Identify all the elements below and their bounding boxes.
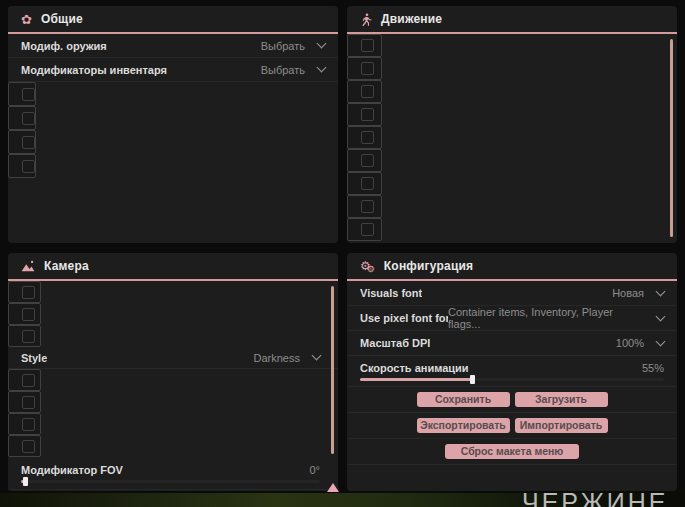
panel-title: Камера bbox=[44, 259, 89, 273]
setting-label: Масштаб DPI bbox=[360, 337, 430, 349]
setting-row: Третье лицо bbox=[8, 413, 41, 435]
setting-row: Нет шлема bbox=[8, 303, 41, 325]
setting-row: K/D сбрасыватель bbox=[8, 154, 36, 178]
checkbox[interactable] bbox=[361, 223, 374, 236]
checkbox[interactable] bbox=[22, 396, 35, 409]
checkbox[interactable] bbox=[361, 85, 374, 98]
panel-camera-rows: No effectsНет шлемаТепловое зрениеStyleD… bbox=[8, 281, 338, 490]
setting-row: Нет инерции bbox=[347, 195, 382, 218]
checkbox[interactable] bbox=[22, 136, 35, 149]
checkbox[interactable] bbox=[361, 39, 374, 52]
dropdown-value: Выбрать bbox=[261, 40, 305, 52]
watermark-text: ЧЕРЖИНЕ bbox=[522, 488, 669, 507]
slider-value: 55% bbox=[642, 362, 664, 374]
checkbox[interactable] bbox=[22, 308, 35, 321]
setting-label: Use pixel font for bbox=[360, 312, 448, 324]
checkbox[interactable] bbox=[22, 374, 35, 387]
setting-row: Ночное видение bbox=[8, 369, 41, 391]
chevron-down-icon bbox=[656, 286, 666, 296]
setting-row: Модиф. оружияВыбрать bbox=[8, 34, 338, 58]
panel-title: Конфигурация bbox=[384, 259, 473, 273]
setting-label: Модиф. оружия bbox=[21, 40, 107, 52]
setting-row: Модификаторы инвентаряВыбрать bbox=[8, 58, 338, 82]
export-button[interactable]: Экспортировать bbox=[417, 418, 510, 433]
setting-label: Модификаторы инвентаря bbox=[21, 64, 167, 76]
panel-general-rows: Модиф. оружияВыбратьМодификаторы инвента… bbox=[8, 34, 338, 178]
slider-track[interactable] bbox=[21, 480, 320, 483]
checkbox[interactable] bbox=[361, 177, 374, 190]
panel-camera: Камера No effectsНет шлемаТепловое зрени… bbox=[8, 253, 338, 491]
setting-label: Модификатор FOV bbox=[21, 464, 123, 476]
slider-fill bbox=[360, 378, 472, 381]
save-button[interactable]: Сохранить bbox=[417, 392, 510, 407]
runner-icon bbox=[360, 13, 372, 26]
slider-track[interactable] bbox=[360, 378, 664, 381]
dropdown[interactable]: 100% bbox=[616, 337, 664, 349]
setting-row: Без замедления bbox=[347, 218, 382, 241]
checkbox[interactable] bbox=[22, 286, 35, 299]
chevron-down-icon bbox=[656, 311, 666, 321]
panel-movement-rows: Всегда бегатьSpeed hack x2.3Высокий прыж… bbox=[347, 34, 677, 241]
reset-menu-layout-button[interactable]: Сброс макета меню bbox=[445, 444, 580, 459]
dropdown[interactable]: Container items, Inventory, Player flags… bbox=[448, 306, 664, 330]
picture-icon bbox=[21, 260, 35, 272]
slider-handle[interactable] bbox=[470, 375, 475, 384]
setting-row: StyleDarkness bbox=[8, 347, 338, 369]
panel-movement-header: Движение bbox=[347, 6, 677, 34]
dropdown[interactable]: Выбрать bbox=[261, 40, 325, 52]
setting-row: Speed hack x2.3 bbox=[347, 57, 382, 80]
checkbox[interactable] bbox=[22, 418, 35, 431]
load-button[interactable]: Загрузить bbox=[515, 392, 608, 407]
chevron-down-icon bbox=[317, 39, 327, 49]
checkbox[interactable] bbox=[22, 160, 35, 173]
dropdown[interactable]: Новая bbox=[612, 287, 664, 299]
setting-row: Тепловое зрение bbox=[8, 325, 41, 347]
scrollbar[interactable] bbox=[670, 39, 673, 237]
setting-row: Visuals fontНовая bbox=[347, 281, 677, 306]
panel-title: Общие bbox=[41, 12, 83, 26]
checkbox[interactable] bbox=[361, 200, 374, 213]
setting-row: Отключить таймер Anti-AFK bbox=[8, 130, 36, 154]
panel-general: ✿ Общие Модиф. оружияВыбратьМодификаторы… bbox=[8, 6, 338, 243]
setting-row: Use pixel font forContainer items, Inven… bbox=[347, 306, 677, 331]
checkbox[interactable] bbox=[361, 154, 374, 167]
setting-label: Visuals font bbox=[360, 287, 422, 299]
import-button[interactable]: Импортировать bbox=[515, 418, 608, 433]
checkbox[interactable] bbox=[361, 62, 374, 75]
chevron-down-icon bbox=[656, 336, 666, 346]
setting-row: Всегда бегать bbox=[347, 34, 382, 57]
flower-icon: ✿ bbox=[21, 13, 32, 26]
setting-row: Показать радар bbox=[8, 106, 36, 130]
checkbox[interactable] bbox=[22, 88, 35, 101]
buttons-row: ЭкспортироватьИмпортировать bbox=[347, 413, 677, 439]
setting-row: Идеальное физическое состояние bbox=[347, 103, 382, 126]
gears-icon: ⚙⚙ bbox=[360, 259, 375, 274]
setting-row: Высокий прыжок bbox=[347, 80, 382, 103]
dropdown-value: Выбрать bbox=[261, 64, 305, 76]
checkbox[interactable] bbox=[361, 131, 374, 144]
dropdown[interactable]: Выбрать bbox=[261, 64, 325, 76]
dropdown-value: Container items, Inventory, Player flags… bbox=[448, 306, 644, 330]
dropdown-value: Новая bbox=[612, 287, 644, 299]
panel-camera-header: Камера bbox=[8, 253, 338, 281]
checkbox[interactable] bbox=[22, 112, 35, 125]
panel-configuration-header: ⚙⚙ Конфигурация bbox=[347, 253, 677, 281]
dropdown-value: Darkness bbox=[254, 352, 300, 364]
dropdown[interactable]: Darkness bbox=[254, 352, 320, 364]
setting-row: Масштаб DPI100% bbox=[347, 331, 677, 356]
slider-handle[interactable] bbox=[23, 477, 28, 486]
panel-movement: Движение Всегда бегатьSpeed hack x2.3Выс… bbox=[347, 6, 677, 243]
setting-row: Без дебаффа перегруз bbox=[347, 172, 382, 195]
setting-row: Свободная камера bbox=[8, 391, 41, 413]
checkbox[interactable] bbox=[22, 440, 35, 453]
panel-general-header: ✿ Общие bbox=[8, 6, 338, 34]
slider-value: 0° bbox=[309, 464, 320, 476]
scrollbar[interactable] bbox=[331, 286, 334, 454]
setting-row: Модификатор FOV0° bbox=[8, 457, 338, 490]
checkbox[interactable] bbox=[361, 108, 374, 121]
chevron-down-icon bbox=[317, 63, 327, 73]
dropdown-value: 100% bbox=[616, 337, 644, 349]
mod-menu-screen: ЧЕРЖИНЕ ✿ Общие Модиф. оружияВыбратьМоди… bbox=[0, 0, 685, 507]
setting-row: Сайлент лут bbox=[8, 82, 36, 106]
checkbox[interactable] bbox=[22, 330, 35, 343]
